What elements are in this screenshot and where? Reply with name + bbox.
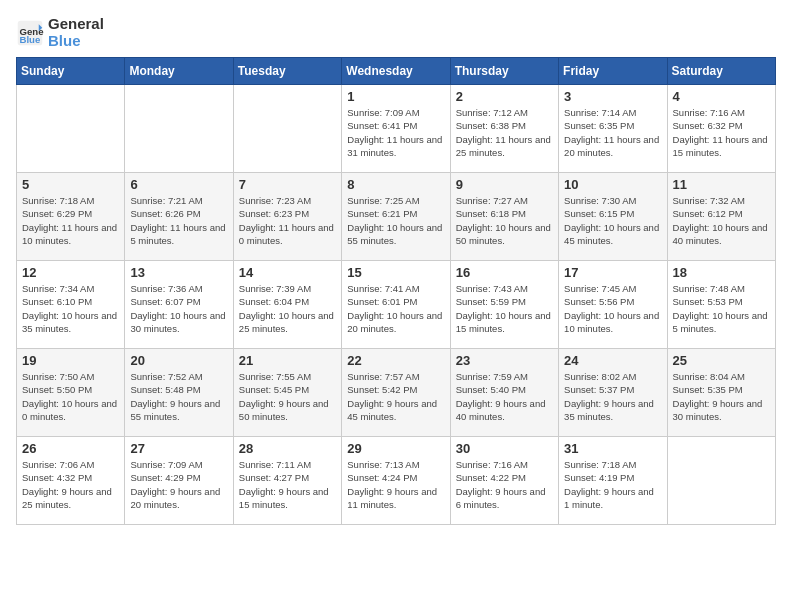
day-number: 13 (130, 265, 227, 280)
day-number: 8 (347, 177, 444, 192)
day-info: Sunrise: 7:16 AM Sunset: 4:22 PM Dayligh… (456, 458, 553, 511)
day-number: 28 (239, 441, 336, 456)
day-number: 25 (673, 353, 770, 368)
calendar-cell: 9Sunrise: 7:27 AM Sunset: 6:18 PM Daylig… (450, 173, 558, 261)
day-info: Sunrise: 7:11 AM Sunset: 4:27 PM Dayligh… (239, 458, 336, 511)
weekday-header-monday: Monday (125, 58, 233, 85)
calendar: SundayMondayTuesdayWednesdayThursdayFrid… (16, 57, 776, 525)
calendar-cell: 18Sunrise: 7:48 AM Sunset: 5:53 PM Dayli… (667, 261, 775, 349)
calendar-cell: 10Sunrise: 7:30 AM Sunset: 6:15 PM Dayli… (559, 173, 667, 261)
day-number: 5 (22, 177, 119, 192)
day-info: Sunrise: 7:09 AM Sunset: 6:41 PM Dayligh… (347, 106, 444, 159)
weekday-header-thursday: Thursday (450, 58, 558, 85)
day-number: 9 (456, 177, 553, 192)
day-number: 19 (22, 353, 119, 368)
calendar-cell: 24Sunrise: 8:02 AM Sunset: 5:37 PM Dayli… (559, 349, 667, 437)
day-info: Sunrise: 7:43 AM Sunset: 5:59 PM Dayligh… (456, 282, 553, 335)
calendar-week-3: 12Sunrise: 7:34 AM Sunset: 6:10 PM Dayli… (17, 261, 776, 349)
day-number: 30 (456, 441, 553, 456)
calendar-cell (17, 85, 125, 173)
calendar-cell: 3Sunrise: 7:14 AM Sunset: 6:35 PM Daylig… (559, 85, 667, 173)
day-info: Sunrise: 7:55 AM Sunset: 5:45 PM Dayligh… (239, 370, 336, 423)
calendar-cell: 16Sunrise: 7:43 AM Sunset: 5:59 PM Dayli… (450, 261, 558, 349)
calendar-cell: 15Sunrise: 7:41 AM Sunset: 6:01 PM Dayli… (342, 261, 450, 349)
day-info: Sunrise: 7:57 AM Sunset: 5:42 PM Dayligh… (347, 370, 444, 423)
weekday-header-saturday: Saturday (667, 58, 775, 85)
day-number: 2 (456, 89, 553, 104)
calendar-cell (667, 437, 775, 525)
weekday-header-sunday: Sunday (17, 58, 125, 85)
calendar-week-1: 1Sunrise: 7:09 AM Sunset: 6:41 PM Daylig… (17, 85, 776, 173)
day-info: Sunrise: 7:48 AM Sunset: 5:53 PM Dayligh… (673, 282, 770, 335)
day-info: Sunrise: 7:41 AM Sunset: 6:01 PM Dayligh… (347, 282, 444, 335)
calendar-cell: 7Sunrise: 7:23 AM Sunset: 6:23 PM Daylig… (233, 173, 341, 261)
day-number: 20 (130, 353, 227, 368)
day-number: 14 (239, 265, 336, 280)
calendar-cell: 19Sunrise: 7:50 AM Sunset: 5:50 PM Dayli… (17, 349, 125, 437)
day-info: Sunrise: 7:50 AM Sunset: 5:50 PM Dayligh… (22, 370, 119, 423)
day-info: Sunrise: 7:13 AM Sunset: 4:24 PM Dayligh… (347, 458, 444, 511)
calendar-cell: 11Sunrise: 7:32 AM Sunset: 6:12 PM Dayli… (667, 173, 775, 261)
weekday-header-wednesday: Wednesday (342, 58, 450, 85)
calendar-cell: 23Sunrise: 7:59 AM Sunset: 5:40 PM Dayli… (450, 349, 558, 437)
day-info: Sunrise: 7:06 AM Sunset: 4:32 PM Dayligh… (22, 458, 119, 511)
calendar-cell: 4Sunrise: 7:16 AM Sunset: 6:32 PM Daylig… (667, 85, 775, 173)
day-info: Sunrise: 7:21 AM Sunset: 6:26 PM Dayligh… (130, 194, 227, 247)
calendar-cell: 5Sunrise: 7:18 AM Sunset: 6:29 PM Daylig… (17, 173, 125, 261)
day-info: Sunrise: 7:34 AM Sunset: 6:10 PM Dayligh… (22, 282, 119, 335)
day-number: 17 (564, 265, 661, 280)
calendar-cell (125, 85, 233, 173)
day-number: 24 (564, 353, 661, 368)
day-info: Sunrise: 7:14 AM Sunset: 6:35 PM Dayligh… (564, 106, 661, 159)
day-number: 26 (22, 441, 119, 456)
day-number: 4 (673, 89, 770, 104)
calendar-cell: 25Sunrise: 8:04 AM Sunset: 5:35 PM Dayli… (667, 349, 775, 437)
day-info: Sunrise: 7:18 AM Sunset: 4:19 PM Dayligh… (564, 458, 661, 511)
calendar-week-2: 5Sunrise: 7:18 AM Sunset: 6:29 PM Daylig… (17, 173, 776, 261)
day-info: Sunrise: 7:52 AM Sunset: 5:48 PM Dayligh… (130, 370, 227, 423)
logo-blue: Blue (48, 32, 81, 49)
calendar-header-row: SundayMondayTuesdayWednesdayThursdayFrid… (17, 58, 776, 85)
logo-general: General (48, 15, 104, 32)
day-info: Sunrise: 8:02 AM Sunset: 5:37 PM Dayligh… (564, 370, 661, 423)
day-info: Sunrise: 7:39 AM Sunset: 6:04 PM Dayligh… (239, 282, 336, 335)
day-number: 27 (130, 441, 227, 456)
day-info: Sunrise: 7:27 AM Sunset: 6:18 PM Dayligh… (456, 194, 553, 247)
day-number: 29 (347, 441, 444, 456)
calendar-cell: 8Sunrise: 7:25 AM Sunset: 6:21 PM Daylig… (342, 173, 450, 261)
calendar-cell: 26Sunrise: 7:06 AM Sunset: 4:32 PM Dayli… (17, 437, 125, 525)
day-info: Sunrise: 7:30 AM Sunset: 6:15 PM Dayligh… (564, 194, 661, 247)
page-header: General Blue General Blue (16, 16, 776, 49)
day-number: 15 (347, 265, 444, 280)
calendar-cell: 29Sunrise: 7:13 AM Sunset: 4:24 PM Dayli… (342, 437, 450, 525)
calendar-cell (233, 85, 341, 173)
day-number: 12 (22, 265, 119, 280)
calendar-cell: 12Sunrise: 7:34 AM Sunset: 6:10 PM Dayli… (17, 261, 125, 349)
day-info: Sunrise: 7:09 AM Sunset: 4:29 PM Dayligh… (130, 458, 227, 511)
svg-text:Blue: Blue (20, 33, 41, 44)
day-info: Sunrise: 7:45 AM Sunset: 5:56 PM Dayligh… (564, 282, 661, 335)
calendar-cell: 30Sunrise: 7:16 AM Sunset: 4:22 PM Dayli… (450, 437, 558, 525)
calendar-cell: 28Sunrise: 7:11 AM Sunset: 4:27 PM Dayli… (233, 437, 341, 525)
day-info: Sunrise: 7:18 AM Sunset: 6:29 PM Dayligh… (22, 194, 119, 247)
calendar-cell: 20Sunrise: 7:52 AM Sunset: 5:48 PM Dayli… (125, 349, 233, 437)
day-number: 11 (673, 177, 770, 192)
day-info: Sunrise: 7:16 AM Sunset: 6:32 PM Dayligh… (673, 106, 770, 159)
logo-icon: General Blue (16, 19, 44, 47)
weekday-header-friday: Friday (559, 58, 667, 85)
day-number: 7 (239, 177, 336, 192)
calendar-cell: 21Sunrise: 7:55 AM Sunset: 5:45 PM Dayli… (233, 349, 341, 437)
calendar-week-5: 26Sunrise: 7:06 AM Sunset: 4:32 PM Dayli… (17, 437, 776, 525)
calendar-cell: 2Sunrise: 7:12 AM Sunset: 6:38 PM Daylig… (450, 85, 558, 173)
day-info: Sunrise: 7:59 AM Sunset: 5:40 PM Dayligh… (456, 370, 553, 423)
logo: General Blue General Blue (16, 16, 104, 49)
calendar-cell: 27Sunrise: 7:09 AM Sunset: 4:29 PM Dayli… (125, 437, 233, 525)
day-info: Sunrise: 7:12 AM Sunset: 6:38 PM Dayligh… (456, 106, 553, 159)
calendar-cell: 17Sunrise: 7:45 AM Sunset: 5:56 PM Dayli… (559, 261, 667, 349)
day-info: Sunrise: 7:36 AM Sunset: 6:07 PM Dayligh… (130, 282, 227, 335)
day-number: 1 (347, 89, 444, 104)
day-number: 10 (564, 177, 661, 192)
day-number: 3 (564, 89, 661, 104)
calendar-cell: 13Sunrise: 7:36 AM Sunset: 6:07 PM Dayli… (125, 261, 233, 349)
day-info: Sunrise: 8:04 AM Sunset: 5:35 PM Dayligh… (673, 370, 770, 423)
